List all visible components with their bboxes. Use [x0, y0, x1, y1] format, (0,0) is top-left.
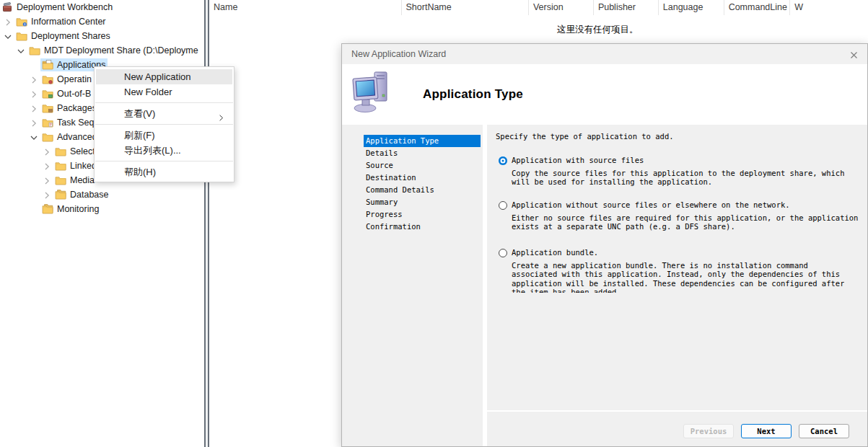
menu-item[interactable]: 帮助(H) [96, 164, 232, 180]
menu-item-label: 查看(V) [124, 108, 155, 119]
column-header-w[interactable]: W [790, 0, 868, 15]
deployment-workbench-window: Deployment WorkbenchInformation CenterDe… [0, 0, 868, 447]
chevron-right-icon[interactable] [4, 18, 12, 25]
radio-selected-icon[interactable] [499, 156, 507, 165]
context-menu: New ApplicationNew Folder查看(V)刷新(F)导出列表(… [94, 66, 234, 182]
tree-item-label: Deployment Shares [31, 30, 110, 43]
folder-icon [29, 45, 40, 56]
chevron-down-icon[interactable] [4, 32, 12, 40]
menu-item[interactable]: 导出列表(L)... [96, 143, 232, 158]
option-description-line: Copy the source files for this applicati… [512, 169, 844, 177]
wizard-header: Application Type [342, 64, 867, 125]
tree-item-content[interactable]: Advanced [40, 130, 100, 143]
tree-item-content[interactable]: Task Seq [40, 116, 96, 129]
previous-button[interactable]: Previous [683, 424, 734, 438]
chevron-right-icon[interactable] [30, 90, 38, 97]
chevron-right-icon[interactable] [30, 119, 38, 126]
tree-item-label: Select [70, 145, 95, 158]
folder-pkg-icon [42, 103, 53, 113]
folder-icon [55, 161, 66, 171]
wizard-step[interactable]: Progress [364, 208, 481, 221]
tree-item-content[interactable]: Deployment Workbench [0, 1, 115, 14]
menu-item-label: 导出列表(L)... [124, 145, 181, 156]
menu-separator [95, 102, 233, 103]
option-description: Either no source files are required for … [512, 213, 858, 231]
wizard-step[interactable]: Command Details [364, 184, 481, 196]
tree-item-content[interactable]: Out-of-B [40, 87, 93, 100]
column-header-publisher[interactable]: Publisher [594, 0, 659, 15]
tree-item-label: Media [70, 174, 95, 187]
cancel-button[interactable]: Cancel [799, 424, 849, 438]
option-description: Create a new application bundle. There i… [512, 261, 844, 293]
chevron-right-icon[interactable] [30, 105, 38, 112]
wizard-content: Specify the type of application to add. … [487, 125, 867, 446]
wizard-window-title: New Application Wizard [351, 44, 446, 64]
tree-item[interactable]: Deployment Workbench [0, 0, 204, 14]
tree-item[interactable]: MDT Deployment Share (D:\Deployme [0, 43, 204, 58]
option-description-line: application will be installed. These dep… [512, 279, 844, 288]
chevron-right-icon [218, 110, 224, 117]
tree-item-label: Out-of-B [57, 87, 91, 100]
new-application-wizard-dialog: New Application Wizard [341, 43, 868, 447]
chevron-down-icon[interactable] [30, 133, 38, 141]
tree-item-label: MDT Deployment Share (D:\Deployme [44, 44, 198, 57]
option-description: Copy the source files for this applicati… [512, 169, 844, 187]
tree-item-content[interactable]: Deployment Shares [14, 30, 113, 43]
option-label[interactable]: Application with source files [512, 156, 644, 164]
tree-item-content[interactable]: Operatin [40, 73, 94, 86]
chevron-right-icon[interactable] [43, 191, 51, 198]
menu-item[interactable]: 刷新(F) [96, 128, 232, 143]
tree-item-content[interactable]: Select [53, 145, 97, 158]
tree-item-label: Linked [70, 159, 97, 172]
menu-item[interactable]: 查看(V) [96, 106, 232, 121]
tree-item[interactable]: Deployment Shares [0, 29, 204, 43]
close-icon[interactable] [847, 48, 860, 61]
tree-item-content[interactable]: Information Center [14, 15, 108, 28]
tree-item-content[interactable]: Media [53, 174, 97, 187]
chevron-right-icon[interactable] [30, 76, 38, 83]
wizard-step[interactable]: Summary [364, 196, 481, 208]
option-label[interactable]: Application bundle. [512, 248, 598, 257]
tree-item-content[interactable]: MDT Deployment Share (D:\Deployme [27, 44, 201, 57]
wizard-step[interactable]: Source [364, 159, 481, 172]
menu-item[interactable]: New Folder [96, 84, 232, 99]
menu-item[interactable]: New Application [96, 69, 232, 84]
option-label[interactable]: Application without source files or else… [512, 200, 790, 209]
tree-item[interactable]: Monitoring [0, 202, 204, 216]
chevron-right-icon[interactable] [43, 148, 51, 155]
tree-item[interactable]: Information Center [0, 14, 204, 29]
folder-info-icon [16, 17, 27, 27]
next-button[interactable]: Next [741, 424, 792, 438]
chevron-down-icon[interactable] [17, 47, 25, 54]
folder-double-icon [42, 204, 53, 214]
radio-unselected-icon[interactable] [499, 249, 507, 257]
column-header-language[interactable]: Language [659, 0, 724, 15]
computer-icon [352, 69, 393, 114]
chevron-right-icon[interactable] [43, 177, 51, 184]
wizard-step[interactable]: Application Type [364, 135, 481, 147]
option-description-line: associated with this application. Instea… [512, 270, 844, 278]
tree-item[interactable]: Database [0, 187, 204, 202]
radio-unselected-icon[interactable] [499, 201, 507, 210]
empty-list-message: 这里没有任何项目。 [557, 24, 639, 36]
wizard-step[interactable]: Destination [364, 172, 481, 184]
workbench-icon [1, 2, 13, 12]
column-header-version[interactable]: Version [529, 0, 594, 15]
wizard-step[interactable]: Details [364, 147, 481, 159]
folder-double-icon [55, 190, 66, 200]
tree-item-content[interactable]: Packages [40, 102, 99, 115]
column-header-name[interactable]: Name [209, 0, 402, 15]
column-header-shortname[interactable]: ShortName [402, 0, 529, 15]
wizard-body: Application TypeDetailsSourceDestination… [342, 125, 867, 446]
menu-separator [95, 124, 233, 125]
option-description-line: will be used for installing the applicat… [512, 177, 844, 186]
wizard-step[interactable]: Confirmation [364, 221, 481, 233]
chevron-right-icon[interactable] [43, 162, 51, 169]
tree-item-label: Operatin [57, 73, 92, 86]
folder-icon [55, 146, 66, 156]
tree-item-content[interactable]: Monitoring [40, 203, 101, 216]
column-header-commandline[interactable]: CommandLine [724, 0, 791, 15]
tree-item-content[interactable]: Database [53, 188, 111, 201]
wizard-titlebar[interactable]: New Application Wizard [342, 44, 867, 64]
tree-item-content[interactable]: Linked [53, 159, 99, 172]
